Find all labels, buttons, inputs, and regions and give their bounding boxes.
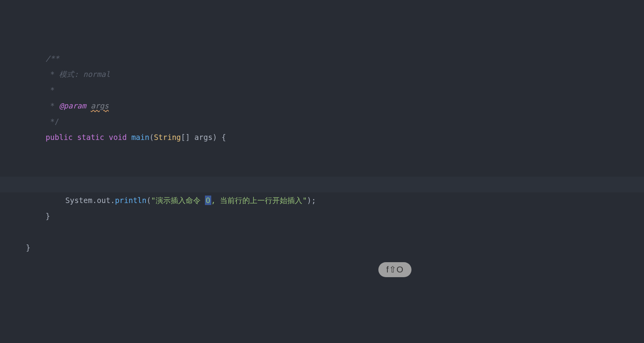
code-line: * [8, 66, 644, 82]
code-line: public static void main(String[] args) { [8, 114, 644, 129]
code-line: */ [8, 98, 644, 114]
code-line-empty [8, 145, 644, 161]
code-line-empty [8, 161, 644, 177]
code-line-empty [8, 129, 644, 145]
keystroke-text: f⇧O [386, 265, 404, 274]
code-editor[interactable]: /** * 模式: normal * * @param args */ publ… [0, 0, 644, 240]
code-line: } [8, 192, 644, 208]
brace-close: } [26, 243, 30, 252]
code-line: * @param args [8, 82, 644, 98]
code-line-current: System.out.println("演示插入命令 O, 当前行的上一行开始插… [8, 177, 644, 192]
code-line: } [8, 224, 644, 240]
keystroke-overlay: f⇧O [378, 262, 411, 277]
code-line: /** [8, 35, 644, 50]
code-line: * 模式: normal [8, 50, 644, 66]
code-line-empty [8, 208, 644, 224]
